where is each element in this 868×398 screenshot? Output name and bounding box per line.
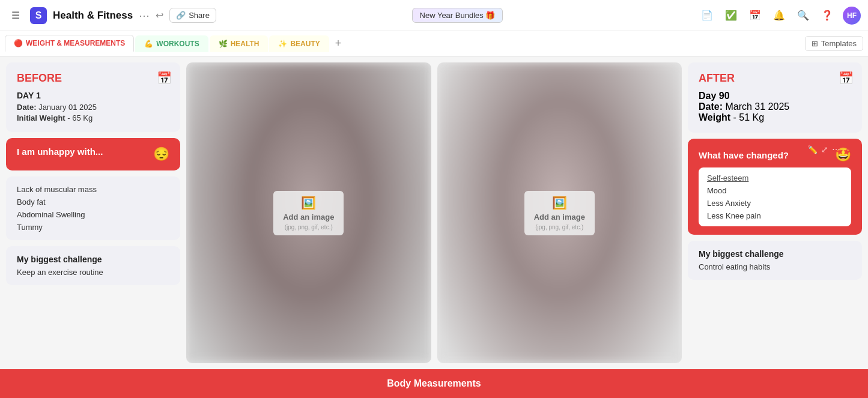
- tabs-bar: 🔴 WEIGHT & MEASUREMENTS 💪 WORKOUTS 🌿 HEA…: [0, 31, 868, 56]
- after-weight: Weight - 51 Kg: [699, 112, 851, 123]
- before-calendar-icon: 📅: [157, 71, 172, 85]
- before-challenge-card: My biggest challenge Keep an exercise ro…: [6, 246, 180, 285]
- after-calendar-icon: 📅: [839, 71, 854, 85]
- changed-card: ✏️ ⤢ ⋯ What have changed? 🤩 Self-esteem …: [688, 139, 862, 235]
- topbar-center: New Year Bundles 🎁: [412, 8, 503, 23]
- after-title: AFTER: [699, 72, 851, 85]
- image-upload-icon-2: 🖼️: [552, 196, 567, 210]
- list-item: Abdominal Swelling: [17, 210, 169, 219]
- edit-icon[interactable]: ✏️: [807, 145, 818, 154]
- list-item: Lack of muscular mass: [17, 185, 169, 194]
- bottom-bar[interactable]: Body Measurements: [0, 369, 868, 398]
- list-item: Body fat: [17, 197, 169, 207]
- add-image-label-2: Add an image: [534, 213, 585, 222]
- topbar-right: 📄 ✅ 📅 🔔 🔍 ❓ HF: [699, 7, 861, 25]
- new-year-button[interactable]: New Year Bundles 🎁: [412, 8, 503, 23]
- image-upload-icon: 🖼️: [301, 196, 316, 210]
- calendar-icon[interactable]: 📅: [747, 7, 763, 24]
- add-image-label: Add an image: [283, 213, 334, 222]
- after-card: AFTER 📅 Day 90 Date: March 31 2025 Weigh…: [688, 62, 862, 133]
- undo-icon[interactable]: ↩: [156, 10, 163, 21]
- before-date: Date: January 01 2025: [17, 103, 169, 112]
- center-panels: 🖼️ Add an image (jpg, png, gif, etc.) 🖼️…: [186, 62, 682, 363]
- right-panel: AFTER 📅 Day 90 Date: March 31 2025 Weigh…: [688, 62, 862, 363]
- more-icon[interactable]: ⋯: [832, 145, 840, 154]
- after-challenge-card: My biggest challenge Control eating habi…: [688, 241, 862, 280]
- tab-health-emoji: 🌿: [219, 40, 228, 48]
- image-panel-after[interactable]: 🖼️ Add an image (jpg, png, gif, etc.): [437, 62, 682, 363]
- before-challenge-text: Keep an exercise routine: [17, 268, 169, 277]
- document-icon[interactable]: 📄: [699, 7, 715, 24]
- check-icon[interactable]: ✅: [723, 7, 739, 24]
- menu-icon[interactable]: ☰: [7, 7, 24, 24]
- bottom-bar-label: Body Measurements: [387, 378, 481, 389]
- tab-workouts[interactable]: 💪 WORKOUTS: [135, 35, 208, 52]
- unhappy-card: I am unhappy with... 😔: [6, 138, 180, 170]
- app-logo: S: [30, 7, 47, 24]
- app-title: Health & Fitness: [53, 10, 133, 22]
- before-challenge-title: My biggest challenge: [17, 255, 169, 264]
- before-title: BEFORE: [17, 72, 169, 85]
- before-image-overlay: 🖼️ Add an image (jpg, png, gif, etc.): [273, 191, 344, 235]
- help-icon[interactable]: ❓: [819, 7, 836, 24]
- left-panel: BEFORE 📅 DAY 1 Date: January 01 2025 Ini…: [6, 62, 180, 363]
- changed-item-2: Less Anxiety: [707, 199, 843, 208]
- topbar: ☰ S Health & Fitness ⋯ ↩ 🔗 Share New Yea…: [0, 0, 868, 31]
- topbar-left: ☰ S Health & Fitness ⋯ ↩ 🔗 Share: [7, 7, 216, 24]
- after-image-overlay: 🖼️ Add an image (jpg, png, gif, etc.): [524, 191, 595, 235]
- tab-workouts-emoji: 💪: [144, 40, 153, 48]
- tab-health[interactable]: 🌿 HEALTH: [210, 35, 269, 52]
- search-icon[interactable]: 🔍: [795, 7, 812, 24]
- after-challenge-title: My biggest challenge: [699, 249, 851, 259]
- add-tab-button[interactable]: +: [330, 37, 347, 50]
- changed-title: What have changed?: [699, 150, 789, 160]
- unhappy-list-card: Lack of muscular mass Body fat Abdominal…: [6, 176, 180, 240]
- before-weight: Initial Weight - 65 Kg: [17, 113, 169, 122]
- image-hint: (jpg, png, gif, etc.): [285, 224, 333, 231]
- tab-weight-emoji: 🔴: [14, 39, 23, 47]
- templates-button[interactable]: ⊞ Templates: [805, 36, 863, 51]
- before-day: DAY 1: [17, 91, 169, 100]
- unhappy-title: I am unhappy with...: [17, 146, 103, 157]
- list-item: Tummy: [17, 223, 169, 232]
- changed-action-icons: ✏️ ⤢ ⋯: [807, 145, 840, 154]
- changed-item-0: Self-esteem: [707, 173, 843, 182]
- image-panel-before[interactable]: 🖼️ Add an image (jpg, png, gif, etc.): [186, 62, 431, 363]
- changed-item-1: Mood: [707, 186, 843, 195]
- main-content: BEFORE 📅 DAY 1 Date: January 01 2025 Ini…: [0, 56, 868, 369]
- expand-icon[interactable]: ⤢: [821, 145, 828, 154]
- unhappy-emoji: 😔: [153, 146, 169, 162]
- after-date: Date: March 31 2025: [699, 101, 851, 112]
- more-options-icon[interactable]: ⋯: [139, 9, 150, 22]
- tab-beauty-emoji: ✨: [278, 40, 287, 48]
- share-button[interactable]: 🔗 Share: [169, 8, 216, 23]
- before-card: BEFORE 📅 DAY 1 Date: January 01 2025 Ini…: [6, 62, 180, 132]
- after-challenge-text: Control eating habits: [699, 262, 851, 271]
- avatar[interactable]: HF: [843, 7, 861, 25]
- after-day: Day 90: [699, 91, 851, 101]
- bell-icon[interactable]: 🔔: [771, 7, 788, 24]
- image-hint-2: (jpg, png, gif, etc.): [535, 224, 583, 231]
- tab-beauty[interactable]: ✨ BEAUTY: [269, 35, 329, 52]
- changed-item-3: Less Knee pain: [707, 211, 843, 220]
- changed-inner: Self-esteem Mood Less Anxiety Less Knee …: [699, 167, 851, 226]
- tab-weight-measurements[interactable]: 🔴 WEIGHT & MEASUREMENTS: [5, 35, 134, 52]
- share-icon: 🔗: [176, 11, 186, 20]
- templates-icon: ⊞: [812, 39, 818, 48]
